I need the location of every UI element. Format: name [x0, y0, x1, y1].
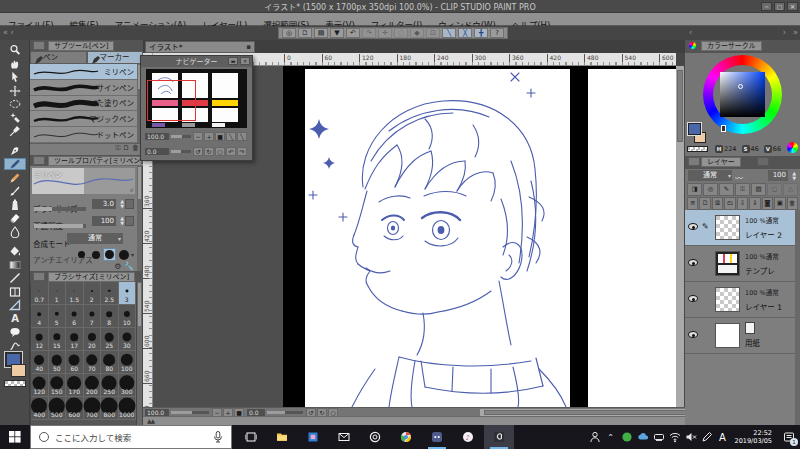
- brush-size-1[interactable]: 1: [49, 282, 67, 305]
- hue-marker[interactable]: [721, 125, 726, 132]
- clock[interactable]: 22:522019/03/05: [735, 429, 772, 445]
- document-tab[interactable]: イラスト* ▪: [145, 41, 255, 53]
- brush-tool-icon[interactable]: [4, 185, 26, 197]
- brush-size-6[interactable]: 6: [66, 305, 84, 328]
- layer-row[interactable]: ✎100 %通常レイヤー 2: [685, 210, 795, 246]
- canvas-angle-slider[interactable]: [267, 411, 303, 414]
- layer-visibility-eye-icon[interactable]: [688, 259, 698, 266]
- subtool-tab-ペン[interactable]: ペン: [30, 51, 87, 64]
- ruler-tool-icon[interactable]: [4, 299, 26, 311]
- lock-icon[interactable]: ⚿: [115, 144, 120, 152]
- foreground-color-swatch[interactable]: [688, 123, 701, 135]
- brush-size-12[interactable]: 12: [31, 328, 49, 351]
- brush-size-100[interactable]: 100: [119, 351, 137, 374]
- zoom-in-icon[interactable]: +: [204, 132, 214, 141]
- enable-mask-icon[interactable]: ◻: [767, 183, 782, 196]
- new-subtool-icon[interactable]: 🗋: [123, 144, 130, 152]
- blend-mode-dropdown[interactable]: 通常: [67, 233, 123, 244]
- gradient-tool-icon[interactable]: [4, 259, 26, 271]
- layer-name[interactable]: テンプレ: [745, 265, 775, 276]
- brush-size-400[interactable]: 400: [31, 397, 49, 420]
- layer-visibility-eye-icon[interactable]: [688, 331, 698, 338]
- new-layer-icon[interactable]: 🗋: [699, 197, 710, 210]
- rotate-right-icon[interactable]: ↻: [204, 147, 214, 156]
- brush-size-1.5[interactable]: 1.5: [66, 282, 84, 305]
- stepper-icon[interactable]: ▲▼: [120, 216, 124, 226]
- canvas-zoom-value[interactable]: 100.0: [145, 409, 169, 416]
- undo-icon[interactable]: ↶: [346, 28, 360, 38]
- volume-muted-icon[interactable]: [683, 429, 699, 445]
- clip-studio-paint-icon[interactable]: [484, 425, 514, 449]
- cloud-sync-icon[interactable]: [635, 429, 651, 445]
- subtool-item[interactable]: ミリペン: [30, 64, 137, 80]
- snap-grid-icon[interactable]: ╋: [474, 28, 488, 38]
- layers-scrollbar[interactable]: [795, 210, 800, 425]
- canvas-page-2[interactable]: [588, 69, 676, 407]
- pencil-tool-icon[interactable]: [4, 172, 26, 184]
- lock-transparent-icon[interactable]: ▨: [751, 183, 766, 196]
- marker-tool-icon[interactable]: [4, 158, 26, 170]
- chrome-icon[interactable]: [391, 425, 421, 449]
- operation-tool-icon[interactable]: [4, 71, 26, 83]
- palette-menu-icon[interactable]: [33, 41, 45, 50]
- eraser-tool-icon[interactable]: [4, 212, 26, 224]
- background-color-swatch[interactable]: [11, 364, 26, 377]
- layer-blend-dropdown[interactable]: 通常: [688, 170, 732, 181]
- balloon-tool-icon[interactable]: [4, 326, 26, 338]
- magnifier-icon[interactable]: ⌕: [130, 186, 134, 194]
- draft-layer-icon[interactable]: ✎: [719, 183, 734, 196]
- pen-input-icon[interactable]: [699, 429, 715, 445]
- brush-size-7[interactable]: 7: [84, 305, 102, 328]
- fit-icon[interactable]: ■: [215, 132, 225, 141]
- fill-tool-icon[interactable]: [4, 245, 26, 257]
- start-button[interactable]: [0, 425, 30, 449]
- antialias-strong[interactable]: [117, 248, 130, 261]
- transform-icon[interactable]: ⊡: [426, 28, 440, 38]
- stepper-icon[interactable]: ▲▼: [120, 199, 124, 209]
- brush-size-30[interactable]: 30: [119, 328, 137, 351]
- rotate-cw-icon[interactable]: ↷: [237, 147, 247, 156]
- open-file-icon[interactable]: ▤: [314, 28, 328, 38]
- help-icon[interactable]: ?: [490, 28, 504, 38]
- brush-size-200[interactable]: 200: [84, 374, 102, 397]
- canvas-page-1[interactable]: [305, 69, 570, 407]
- layer-opacity-value[interactable]: 100: [768, 170, 788, 181]
- ruler-range-icon[interactable]: △: [783, 183, 798, 196]
- fill-icon[interactable]: ◆: [410, 28, 424, 38]
- eyedropper-tool-icon[interactable]: [4, 125, 26, 137]
- microphone-icon[interactable]: [213, 431, 223, 443]
- photos-icon[interactable]: [298, 425, 328, 449]
- trash-icon[interactable]: 🗑: [132, 144, 139, 152]
- pen-tool-icon[interactable]: [4, 145, 26, 157]
- layer-thumbnail[interactable]: [715, 323, 740, 348]
- canvas-angle-value[interactable]: 0.0: [247, 409, 265, 416]
- brush-size-40[interactable]: 40: [31, 351, 49, 374]
- collapse-left-icon[interactable]: « ‹: [3, 28, 14, 37]
- layer-name[interactable]: レイヤー 2: [745, 229, 782, 240]
- brush-size-500[interactable]: 500: [49, 397, 67, 420]
- layer-visibility-eye-icon[interactable]: [688, 295, 698, 302]
- brush-size-3[interactable]: 3: [119, 282, 137, 305]
- color-wheel-switch-icon[interactable]: [787, 142, 798, 153]
- opacity-settings-icon[interactable]: [125, 216, 134, 226]
- brush-size-5[interactable]: 5: [49, 305, 67, 328]
- brush-size-250[interactable]: 250: [101, 374, 119, 397]
- clear-selection-icon[interactable]: ◌: [394, 28, 408, 38]
- taskbar-search[interactable]: ここに入力して検索: [30, 425, 232, 449]
- snap-ruler-icon[interactable]: ╲: [442, 28, 456, 38]
- merge-down-icon[interactable]: ⇓: [749, 197, 760, 210]
- gear-icon[interactable]: ⚙: [114, 262, 121, 271]
- line-tool-icon[interactable]: [4, 272, 26, 284]
- brush-size-2.5[interactable]: 2.5: [101, 282, 119, 305]
- brush-size-150[interactable]: 150: [49, 374, 67, 397]
- tab-close-icon[interactable]: ▪: [246, 42, 251, 53]
- palette-menu-icon[interactable]: [33, 272, 45, 281]
- antialias-weak[interactable]: [89, 248, 102, 261]
- snap-special-ruler-icon[interactable]: ╳: [458, 28, 472, 38]
- layer-thumbnail[interactable]: [715, 251, 740, 276]
- brush-size-70[interactable]: 70: [84, 351, 102, 374]
- close-palette-icon[interactable]: ✕: [240, 57, 250, 65]
- brush-size-0.7[interactable]: 0.7: [31, 282, 49, 305]
- layer-move-tool-icon[interactable]: [4, 85, 26, 97]
- titlebar[interactable]: イラスト* (1500 x 1700px 350dpi 100.0%) - CL…: [0, 0, 800, 13]
